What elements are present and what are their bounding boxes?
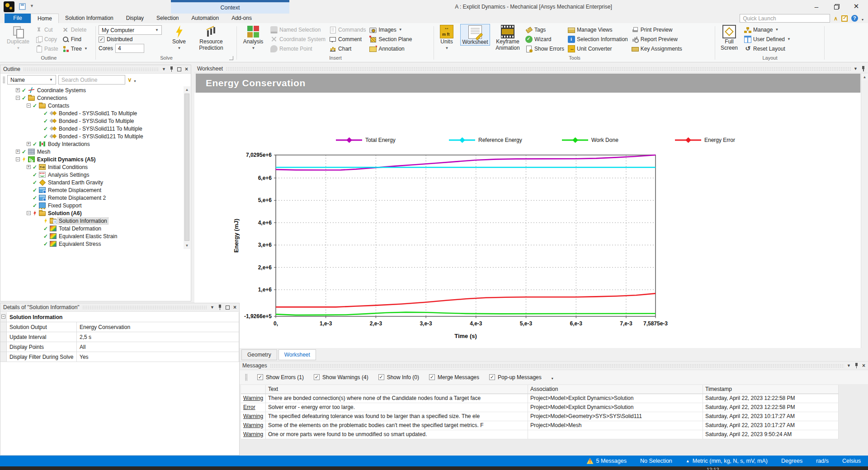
messages-close-icon[interactable]: × [862, 363, 865, 368]
manage-button[interactable]: Manage▼ [744, 25, 791, 34]
drag-handle-icon[interactable] [245, 374, 247, 381]
restore-button[interactable] [826, 0, 846, 13]
tab-home[interactable]: Home [31, 14, 59, 23]
message-type[interactable]: Warning [241, 412, 266, 421]
detail-value[interactable]: Yes [77, 352, 239, 362]
find-button[interactable]: Find [62, 34, 88, 44]
solve-button[interactable]: Solve ▼ [165, 24, 193, 51]
save-icon[interactable] [19, 3, 26, 10]
messages-column-header[interactable] [241, 385, 266, 394]
outline-maximize-icon[interactable] [177, 67, 181, 71]
outline-close-icon[interactable]: × [185, 67, 188, 71]
tab-automation[interactable]: Automation [185, 14, 225, 23]
detail-value[interactable]: All [77, 342, 239, 352]
checkbox-checked-icon[interactable]: ✓ [257, 374, 263, 380]
tags-button[interactable]: Tags [525, 25, 564, 34]
outline-search-input[interactable] [58, 75, 125, 85]
outline-menu-icon[interactable]: ▼ [162, 67, 166, 71]
scroll-up-icon[interactable]: ▲ [184, 86, 190, 93]
tree-expander-icon[interactable]: + [16, 88, 20, 92]
tab-solution-information[interactable]: Solution Information [59, 14, 120, 23]
tree-item[interactable]: ✓Equivalent Stress [0, 240, 184, 248]
tree-item[interactable]: −✓Contacts [0, 102, 184, 109]
tree-button[interactable]: Tree▼ [62, 44, 88, 53]
tasks-icon[interactable] [841, 15, 848, 22]
message-row[interactable]: WarningThe specified defeaturing toleran… [241, 412, 839, 421]
manage-views-button[interactable]: Manage Views [568, 25, 628, 34]
tree-item[interactable]: ✓Equivalent Elastic Strain [0, 232, 184, 240]
tab-display[interactable]: Display [120, 14, 150, 23]
search-expand-icon[interactable]: ∨ [127, 76, 132, 83]
quick-launch-input[interactable] [740, 14, 830, 23]
tree-item[interactable]: −Explicit Dynamics (A5) [0, 155, 184, 163]
tree-item[interactable]: Solution Information [0, 217, 184, 225]
tab-geometry[interactable]: Geometry [241, 349, 277, 360]
details-pin-icon[interactable] [218, 305, 222, 310]
details-close-icon[interactable]: × [233, 305, 236, 310]
checkbox-checked-icon[interactable]: ✓ [489, 374, 495, 380]
close-button[interactable]: ✕ [846, 0, 866, 13]
reset-layout-button[interactable]: ↺Reset Layout [744, 44, 791, 53]
selection-information-button[interactable]: Selection Information [568, 34, 628, 44]
tree-item[interactable]: +✓Body Interactions [0, 140, 184, 148]
tree-item[interactable]: ✓Total Deformation [0, 225, 184, 232]
distributed-checkbox[interactable]: ✓Distributed [99, 36, 162, 42]
collapse-ribbon-icon[interactable]: ∧ [834, 15, 838, 22]
tab-file[interactable]: File [5, 14, 31, 23]
solve-target-select[interactable]: My Computer▼ [99, 25, 162, 35]
copy-button[interactable]: Copy [35, 34, 58, 44]
scroll-up-icon[interactable]: ▲ [861, 74, 868, 80]
filters-dropdown-icon[interactable]: ▾ [552, 376, 553, 381]
message-row[interactable]: WarningSome of the elements on the probl… [241, 421, 839, 430]
tab-add-ons[interactable]: Add-ons [225, 14, 258, 23]
message-row[interactable]: WarningOne or more parts were found to b… [241, 430, 839, 439]
chart-button[interactable]: Chart [329, 44, 366, 53]
detail-value[interactable]: 2,5 s [77, 332, 239, 342]
delete-button[interactable]: ✕Delete [62, 25, 88, 34]
cores-input[interactable]: 4 [115, 44, 144, 53]
chart-vertical-scrollbar[interactable]: ▲ [861, 74, 868, 348]
message-type[interactable]: Warning [241, 394, 266, 403]
tree-item[interactable]: ✓Fixed Support [0, 202, 184, 209]
tree-item[interactable]: ✓Bonded - SYS\Solid To Multiple [0, 117, 184, 125]
key-assignments-button[interactable]: Key Assignments [632, 44, 682, 53]
comment-button[interactable]: Comment [329, 34, 366, 44]
worksheet-button[interactable]: Worksheet [460, 24, 490, 46]
collapse-section-icon[interactable]: − [1, 315, 5, 319]
report-preview-button[interactable]: Report Preview [632, 34, 682, 44]
message-type[interactable]: Warning [241, 430, 266, 439]
temperature-status[interactable]: Celsius [842, 458, 861, 464]
messages-menu-icon[interactable]: ▼ [847, 363, 851, 368]
details-menu-icon[interactable]: ▼ [210, 305, 214, 310]
checkbox-checked-icon[interactable]: ✓ [378, 374, 384, 380]
scrollbar-thumb[interactable] [184, 94, 189, 241]
named-selection-button[interactable]: Named Selection [270, 25, 326, 34]
tree-expander-icon[interactable]: + [27, 165, 31, 169]
resource-prediction-button[interactable]: Resource Prediction [196, 24, 226, 51]
show-errors-button[interactable]: Show Errors [525, 44, 564, 53]
message-row[interactable]: ErrorSolver error - energy error too lar… [241, 403, 839, 412]
solve-dialog-launcher-icon[interactable] [229, 56, 233, 60]
coordinate-system-button[interactable]: Coordinate System [270, 34, 326, 44]
message-type[interactable]: Error [241, 403, 266, 412]
images-button[interactable]: Images▼ [369, 25, 412, 34]
worksheet-pin-icon[interactable] [861, 66, 865, 72]
tab-selection[interactable]: Selection [150, 14, 185, 23]
tree-item[interactable]: +✓Mesh [0, 148, 184, 155]
message-type[interactable]: Warning [241, 421, 266, 430]
scroll-down-icon[interactable]: ▼ [184, 242, 190, 249]
print-preview-button[interactable]: Print Preview [632, 25, 682, 34]
filter-type-select[interactable]: Name▼ [7, 75, 56, 85]
tree-item[interactable]: −Solution (A6) [0, 209, 184, 217]
angular-velocity-status[interactable]: rad/s [816, 458, 829, 464]
tree-item[interactable]: ✓Standard Earth Gravity [0, 179, 184, 186]
search-options-icon[interactable]: ▾ [134, 79, 136, 83]
commands-button[interactable]: Commands [329, 25, 366, 34]
tree-item[interactable]: −✓Connections [0, 94, 184, 102]
user-defined-button[interactable]: User Defined▼ [744, 34, 791, 44]
tab-worksheet[interactable]: Worksheet [278, 349, 316, 360]
tree-item[interactable]: +✓Coordinate Systems [0, 86, 184, 94]
tree-expander-icon[interactable]: − [16, 96, 20, 100]
tree-item[interactable]: ✓Bonded - SYS\Solid111 To Multiple [0, 125, 184, 132]
message-filter[interactable]: ✓Show Warnings (4) [314, 374, 368, 381]
